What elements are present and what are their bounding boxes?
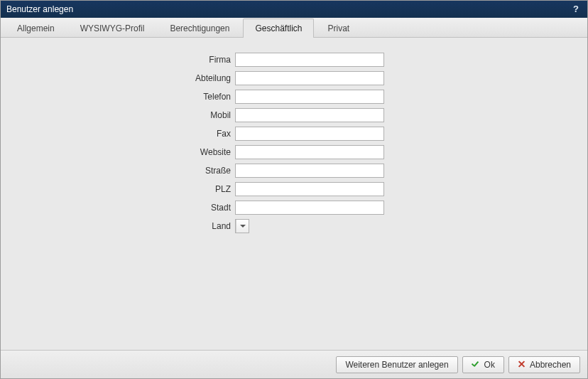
user-create-dialog: Benutzer anlegen ? Allgemein WYSIWYG-Pro… xyxy=(0,0,588,379)
input-abteilung[interactable] xyxy=(235,71,384,85)
field-land: Land xyxy=(192,218,249,234)
button-label: Abbrechen xyxy=(530,360,571,370)
select-land[interactable] xyxy=(235,219,249,233)
label-strasse: Straße xyxy=(192,166,235,176)
field-firma: Firma xyxy=(192,52,384,68)
window-title: Benutzer anlegen xyxy=(6,4,570,14)
label-land: Land xyxy=(192,221,235,231)
titlebar: Benutzer anlegen ? xyxy=(1,1,587,18)
label-abteilung: Abteilung xyxy=(192,73,235,83)
input-website[interactable] xyxy=(235,145,384,159)
tab-label: Geschäftlich xyxy=(255,23,302,33)
tab-label: Berechtigungen xyxy=(170,23,229,33)
chevron-down-icon[interactable] xyxy=(236,220,249,233)
label-website: Website xyxy=(192,147,235,157)
cancel-button[interactable]: Abbrechen xyxy=(508,356,580,373)
label-fax: Fax xyxy=(192,129,235,139)
tab-privat[interactable]: Privat xyxy=(315,18,361,38)
field-plz: PLZ xyxy=(192,181,384,197)
tab-label: WYSIWYG-Profil xyxy=(80,23,145,33)
check-icon xyxy=(472,361,480,369)
tab-label: Allgemein xyxy=(17,23,55,33)
field-website: Website xyxy=(192,144,384,160)
field-mobil: Mobil xyxy=(192,107,384,123)
tab-content: Firma Abteilung Telefon Mobil Fax Websit… xyxy=(1,38,587,350)
tab-allgemein[interactable]: Allgemein xyxy=(5,18,67,38)
tab-berechtigungen[interactable]: Berechtigungen xyxy=(158,18,241,38)
label-telefon: Telefon xyxy=(192,92,235,102)
input-telefon[interactable] xyxy=(235,90,384,104)
label-firma: Firma xyxy=(192,55,235,65)
create-another-user-button[interactable]: Weiteren Benutzer anlegen xyxy=(336,356,457,373)
tab-geschaeftlich[interactable]: Geschäftlich xyxy=(243,18,314,38)
label-stadt: Stadt xyxy=(192,203,235,213)
button-label: Weiteren Benutzer anlegen xyxy=(345,360,448,370)
input-fax[interactable] xyxy=(235,127,384,141)
close-icon xyxy=(518,361,526,368)
input-plz[interactable] xyxy=(235,182,384,196)
help-icon[interactable]: ? xyxy=(570,4,582,15)
field-abteilung: Abteilung xyxy=(192,70,384,86)
input-firma[interactable] xyxy=(235,53,384,67)
dialog-footer: Weiteren Benutzer anlegen Ok Abbrechen xyxy=(1,350,587,378)
input-stadt[interactable] xyxy=(235,201,384,215)
input-strasse[interactable] xyxy=(235,164,384,178)
field-strasse: Straße xyxy=(192,163,384,178)
business-form: Firma Abteilung Telefon Mobil Fax Websit… xyxy=(192,52,587,234)
ok-button[interactable]: Ok xyxy=(462,356,504,373)
tab-wysiwyg-profil[interactable]: WYSIWYG-Profil xyxy=(68,18,157,38)
field-telefon: Telefon xyxy=(192,89,384,105)
field-fax: Fax xyxy=(192,126,384,142)
button-label: Ok xyxy=(484,360,495,370)
tab-label: Privat xyxy=(327,23,349,33)
tab-bar: Allgemein WYSIWYG-Profil Berechtigungen … xyxy=(1,18,587,38)
label-mobil: Mobil xyxy=(192,110,235,120)
label-plz: PLZ xyxy=(192,184,235,194)
input-mobil[interactable] xyxy=(235,108,384,122)
field-stadt: Stadt xyxy=(192,200,384,215)
